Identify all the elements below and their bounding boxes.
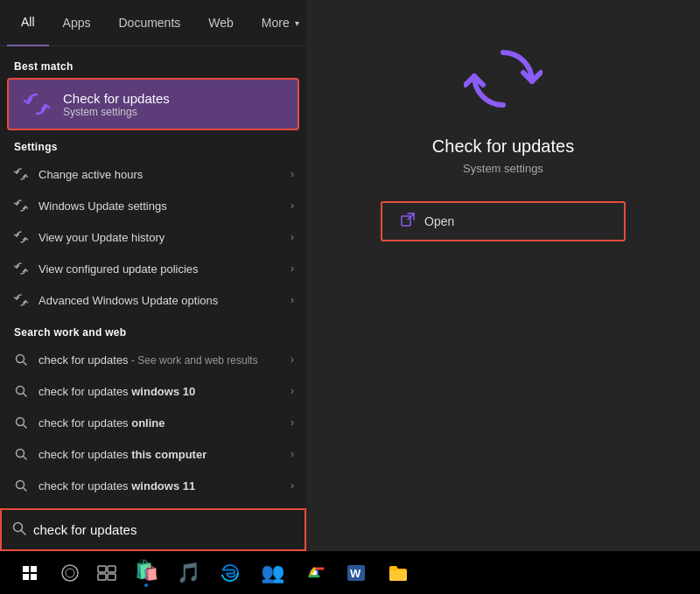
search-icon-2 [12, 414, 30, 431]
left-column: All Apps Documents Web More ▾ [0, 0, 306, 551]
settings-label: Settings [0, 137, 306, 158]
svg-rect-25 [98, 574, 106, 580]
setting-item-3-text: View configured update policies [38, 262, 282, 276]
search-item-1[interactable]: check for updates windows 10 › [0, 375, 306, 407]
best-match-item[interactable]: Check for updates System settings [7, 78, 299, 130]
setting-item-2-text: View your Update history [38, 231, 282, 244]
svg-rect-23 [98, 566, 106, 572]
svg-line-2 [24, 362, 27, 366]
refresh-icon-1 [12, 197, 30, 214]
search-item-0[interactable]: check for updates - See work and web res… [0, 344, 306, 375]
chevron-right-search-2: › [290, 416, 294, 429]
search-item-1-text: check for updates windows 10 [38, 385, 282, 398]
refresh-icon-2 [12, 228, 30, 246]
taskbar-taskview-btn[interactable] [89, 551, 124, 594]
right-title: Check for updates [432, 136, 574, 157]
list-item-update-policies[interactable]: View configured update policies › [0, 253, 306, 284]
svg-line-4 [24, 394, 27, 397]
svg-point-22 [66, 569, 74, 577]
best-match-subtitle: System settings [63, 106, 170, 118]
chevron-right-icon-0: › [290, 168, 294, 180]
chevron-right-icon-3: › [290, 262, 294, 275]
refresh-icon-3 [12, 260, 30, 277]
chevron-down-icon: ▾ [295, 18, 299, 28]
chevron-right-icon-4: › [290, 294, 294, 306]
open-external-icon [400, 212, 416, 231]
taskbar-teams-btn[interactable]: 👥 [252, 551, 292, 594]
svg-rect-17 [23, 566, 29, 572]
list-item-advanced-options[interactable]: Advanced Windows Update options › [0, 284, 306, 316]
taskbar-edge-btn[interactable] [210, 551, 250, 594]
search-item-4-text: check for updates windows 11 [38, 479, 282, 493]
svg-point-21 [62, 565, 78, 581]
list-item-update-history[interactable]: View your Update history › [0, 221, 306, 253]
search-item-3[interactable]: check for updates this computer › [0, 438, 306, 470]
left-content: Best match Check for updates System sett… [0, 46, 306, 508]
search-panel: All Apps Documents Web More ▾ [0, 0, 700, 551]
search-item-2[interactable]: check for updates online › [0, 407, 306, 438]
taskbar-start-btn[interactable] [7, 551, 52, 594]
taskbar-cortana-btn[interactable] [52, 551, 88, 594]
best-match-text: Check for updates System settings [63, 91, 170, 118]
taskbar-word-btn[interactable]: W [336, 551, 376, 594]
search-bar-icon [12, 521, 26, 539]
setting-item-4-text: Advanced Windows Update options [38, 294, 282, 307]
chevron-right-search-3: › [290, 448, 294, 460]
open-button-label: Open [424, 214, 454, 228]
tab-documents[interactable]: Documents [104, 0, 194, 46]
svg-rect-20 [31, 574, 37, 580]
spotify-icon: 🎵 [177, 562, 200, 584]
search-icon-3 [12, 445, 30, 463]
setting-item-1-text: Windows Update settings [38, 199, 282, 213]
update-icon [21, 88, 52, 120]
search-item-2-text: check for updates online [38, 416, 282, 430]
search-bar [0, 508, 306, 551]
svg-rect-19 [23, 574, 29, 580]
right-panel: Check for updates System settings Open [306, 0, 700, 551]
search-web-label: Search work and web [0, 323, 306, 344]
search-icon-1 [12, 382, 30, 400]
svg-line-14 [22, 530, 26, 535]
right-app-icon [459, 35, 547, 122]
svg-rect-18 [31, 566, 37, 572]
svg-rect-24 [108, 566, 116, 572]
best-match-title: Check for updates [63, 91, 170, 106]
tab-web[interactable]: Web [194, 0, 248, 46]
store-dot [144, 584, 148, 587]
search-item-4[interactable]: check for updates windows 11 › [0, 470, 306, 501]
taskbar-explorer-btn[interactable] [378, 551, 418, 594]
chevron-right-icon-1: › [290, 199, 294, 212]
list-item-change-active-hours[interactable]: Change active hours › [0, 158, 306, 190]
svg-line-8 [24, 457, 27, 460]
svg-rect-26 [108, 574, 116, 580]
best-match-label: Best match [0, 57, 306, 78]
right-subtitle: System settings [463, 162, 543, 175]
search-item-0-text: check for updates - See work and web res… [38, 353, 282, 367]
taskbar-store-btn[interactable]: 🛍️ [126, 551, 166, 594]
chevron-right-icon-2: › [290, 231, 294, 243]
search-icon-0 [12, 351, 30, 368]
store-icon: 🛍️ [135, 559, 158, 582]
list-item-windows-update-settings[interactable]: Windows Update settings › [0, 190, 306, 221]
teams-icon: 👥 [261, 562, 284, 584]
taskbar-apps: 🛍️ 🎵 👥 [52, 551, 418, 594]
tab-all[interactable]: All [7, 0, 49, 46]
tab-more[interactable]: More ▾ [248, 0, 313, 46]
svg-line-10 [24, 488, 27, 492]
taskbar-chrome-btn[interactable] [294, 551, 334, 594]
search-icon-4 [12, 477, 30, 494]
chevron-right-search-4: › [290, 479, 294, 492]
chevron-right-search-1: › [290, 385, 294, 397]
search-input[interactable] [33, 522, 294, 537]
tab-apps[interactable]: Apps [49, 0, 105, 46]
taskbar-spotify-btn[interactable]: 🎵 [168, 551, 208, 594]
open-button[interactable]: Open [381, 201, 626, 241]
setting-item-0-text: Change active hours [38, 168, 282, 181]
chevron-right-search-0: › [290, 353, 294, 366]
taskbar: 🛍️ 🎵 👥 [0, 551, 700, 594]
search-item-3-text: check for updates this computer [38, 448, 282, 461]
svg-line-6 [24, 425, 27, 429]
svg-text:W: W [350, 567, 361, 580]
search-item-5[interactable]: check for updates java › [0, 501, 306, 508]
refresh-icon-4 [12, 291, 30, 309]
